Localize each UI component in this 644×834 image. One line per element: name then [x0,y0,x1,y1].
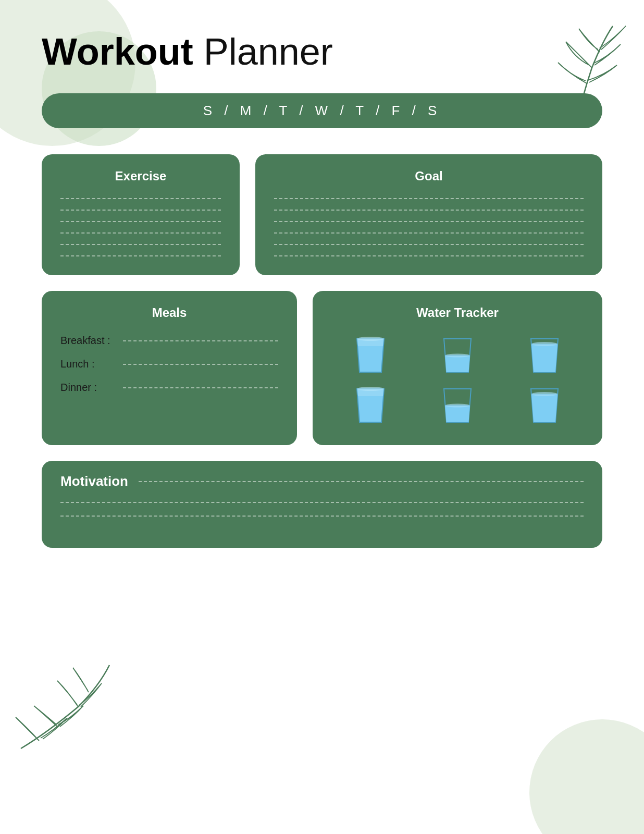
motivation-inline-line [139,481,584,482]
lunch-row: Lunch : [60,358,278,370]
goal-card: Goal [255,154,602,275]
dinner-label: Dinner : [60,382,123,394]
svg-point-2 [445,354,470,358]
goal-line-3 [274,221,584,222]
lunch-label: Lunch : [60,358,123,370]
motivation-top-row: Motivation [60,473,584,489]
motivation-line-1 [60,502,584,503]
water-glass-6 [526,385,563,426]
svg-point-10 [531,392,558,396]
meals-card: Meals Breakfast : Lunch : Dinner : [42,291,297,445]
water-card: Water Tracker [313,291,602,445]
meals-water-row: Meals Breakfast : Lunch : Dinner : Water… [42,291,602,445]
exercise-card: Exercise [42,154,240,275]
svg-point-7 [357,387,384,391]
breakfast-line [123,340,278,341]
bg-circle-bottom-right [529,719,644,834]
motivation-line-2 [60,516,584,517]
exercise-lines [60,198,221,256]
lunch-line [123,364,278,365]
exercise-line-1 [60,198,221,199]
svg-point-1 [357,337,384,341]
goal-line-1 [274,198,584,199]
goal-lines [274,198,584,256]
days-bar-text: S / M / T / W / T / F / S [203,103,441,118]
exercise-line-3 [60,221,221,222]
exercise-line-2 [60,210,221,211]
days-bar: S / M / T / W / T / F / S [42,93,602,128]
title-light: Planner [193,31,333,72]
exercise-line-5 [60,244,221,245]
goal-line-5 [274,244,584,245]
breakfast-label: Breakfast : [60,335,123,347]
leaf-bottom-left-icon [5,655,120,761]
svg-point-4 [531,342,558,346]
goal-line-2 [274,210,584,211]
title-bold: Workout [42,31,193,72]
goal-line-4 [274,232,584,234]
motivation-lines [60,502,584,529]
exercise-line-4 [60,232,221,234]
dinner-line [123,387,278,388]
exercise-title: Exercise [60,169,221,183]
meals-title: Meals [60,305,278,320]
goal-title: Goal [274,169,584,183]
water-glass-5 [439,385,476,426]
svg-point-8 [445,404,470,408]
water-title: Water Tracker [331,305,584,320]
dinner-row: Dinner : [60,382,278,394]
water-grid [331,335,584,426]
exercise-line-6 [60,255,221,256]
breakfast-row: Breakfast : [60,335,278,347]
goal-line-6 [274,255,584,256]
water-glass-1 [352,335,389,376]
water-glass-3 [526,335,563,376]
motivation-card: Motivation [42,461,602,548]
page-title: Workout Planner [42,31,602,72]
water-glass-2 [439,335,476,376]
water-glass-4 [352,385,389,426]
exercise-goal-row: Exercise Goal [42,154,602,275]
main-content: Workout Planner S / M / T / W / T / F / … [0,0,644,579]
motivation-title: Motivation [60,473,128,489]
